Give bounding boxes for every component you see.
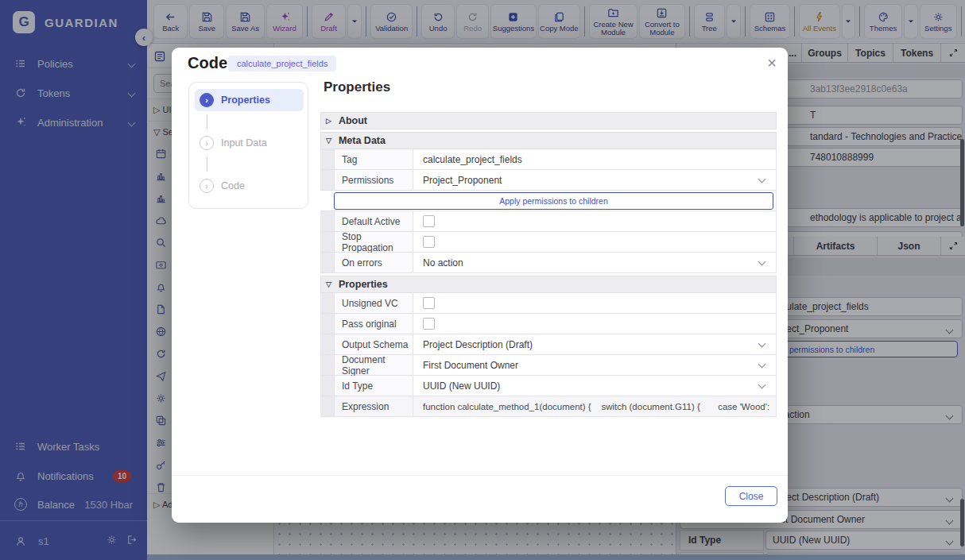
- dialog-title: Code: [188, 54, 227, 72]
- step-circle-icon: ›: [200, 179, 214, 193]
- pass-original-cell: [413, 314, 777, 334]
- dialog-stepper: › Properties › Input Data › Code: [188, 82, 308, 209]
- apply-permissions-button[interactable]: Apply permissions to children: [334, 192, 773, 210]
- close-icon[interactable]: ×: [767, 54, 777, 72]
- apply-permissions-row: Apply permissions to children: [320, 191, 777, 211]
- pass-original-row: Pass original: [320, 314, 777, 334]
- tag-row: Tag calculate_project_fields: [320, 149, 777, 170]
- expression-label: Expression: [334, 396, 413, 416]
- stepper-connector: [207, 114, 207, 129]
- pass-original-checkbox[interactable]: [423, 318, 435, 330]
- default-active-label: Default Active: [334, 211, 413, 231]
- stop-propagation-cell: [413, 232, 777, 252]
- on-errors-label: On errors: [334, 253, 413, 272]
- permissions-select[interactable]: Project_Proponent: [413, 170, 777, 190]
- close-button[interactable]: Close: [725, 486, 777, 506]
- chevron-down-icon: [758, 176, 766, 183]
- unsigned-vc-cell: [413, 293, 777, 313]
- properties-heading: Properties: [324, 79, 390, 95]
- chevron-down-icon: [758, 340, 766, 348]
- triangle-right-icon: ▷: [326, 117, 331, 125]
- step-input-data[interactable]: › Input Data: [195, 132, 304, 154]
- output-schema-select[interactable]: Project Description (Draft): [413, 334, 777, 354]
- id-type-label: Id Type: [334, 376, 413, 396]
- default-active-checkbox[interactable]: [423, 215, 435, 227]
- guardian-policy-editor: G GUARDIAN Policies Tokens Administratio…: [0, 0, 965, 560]
- document-signer-select[interactable]: First Document Owner: [413, 355, 777, 375]
- step-circle-icon: ›: [200, 93, 214, 107]
- on-errors-row: On errors No action: [320, 253, 777, 273]
- chevron-down-icon: [758, 361, 766, 369]
- permissions-label: Permissions: [334, 170, 413, 190]
- section-properties[interactable]: ▽Properties: [320, 276, 777, 293]
- chevron-down-icon: [758, 258, 766, 266]
- pass-original-label: Pass original: [334, 314, 413, 334]
- default-active-cell: [413, 211, 777, 231]
- document-signer-row: Document Signer First Document Owner: [320, 355, 777, 376]
- chevron-down-icon: [758, 381, 766, 389]
- stop-propagation-row: Stop Propagation: [320, 232, 777, 253]
- tag-label: Tag: [334, 149, 413, 169]
- triangle-down-icon: ▽: [326, 137, 331, 145]
- code-block-dialog: Code calculate_project_fields × › Proper…: [172, 48, 788, 523]
- stop-propagation-checkbox[interactable]: [423, 236, 435, 248]
- output-schema-label: Output Schema: [334, 334, 413, 354]
- stop-propagation-label: Stop Propagation: [334, 232, 413, 252]
- block-tag-chip: calculate_project_fields: [228, 56, 336, 71]
- stepper-connector: [207, 157, 207, 172]
- step-properties[interactable]: › Properties: [195, 89, 304, 111]
- step-code[interactable]: › Code: [195, 175, 304, 197]
- output-schema-row: Output Schema Project Description (Draft…: [320, 334, 777, 355]
- unsigned-vc-row: Unsigned VC: [320, 293, 777, 314]
- expression-row: Expression function calculate_method_1(d…: [320, 396, 777, 417]
- expression-value[interactable]: function calculate_method_1(document) { …: [413, 396, 777, 416]
- triangle-down-icon: ▽: [326, 280, 331, 288]
- tag-input[interactable]: calculate_project_fields: [413, 149, 777, 169]
- unsigned-vc-checkbox[interactable]: [423, 297, 435, 309]
- permissions-row: Permissions Project_Proponent: [320, 170, 777, 191]
- properties-table: ▷About ▽Meta Data Tag calculate_project_…: [320, 112, 777, 417]
- section-meta-data[interactable]: ▽Meta Data: [320, 132, 777, 149]
- section-about[interactable]: ▷About: [320, 112, 777, 129]
- id-type-select[interactable]: UUID (New UUID): [413, 376, 777, 396]
- step-circle-icon: ›: [200, 136, 214, 150]
- unsigned-vc-label: Unsigned VC: [334, 293, 413, 313]
- id-type-row: Id Type UUID (New UUID): [320, 376, 777, 396]
- default-active-row: Default Active: [320, 211, 777, 232]
- on-errors-select[interactable]: No action: [413, 253, 777, 272]
- dialog-footer-divider: [172, 475, 788, 476]
- document-signer-label: Document Signer: [334, 355, 413, 375]
